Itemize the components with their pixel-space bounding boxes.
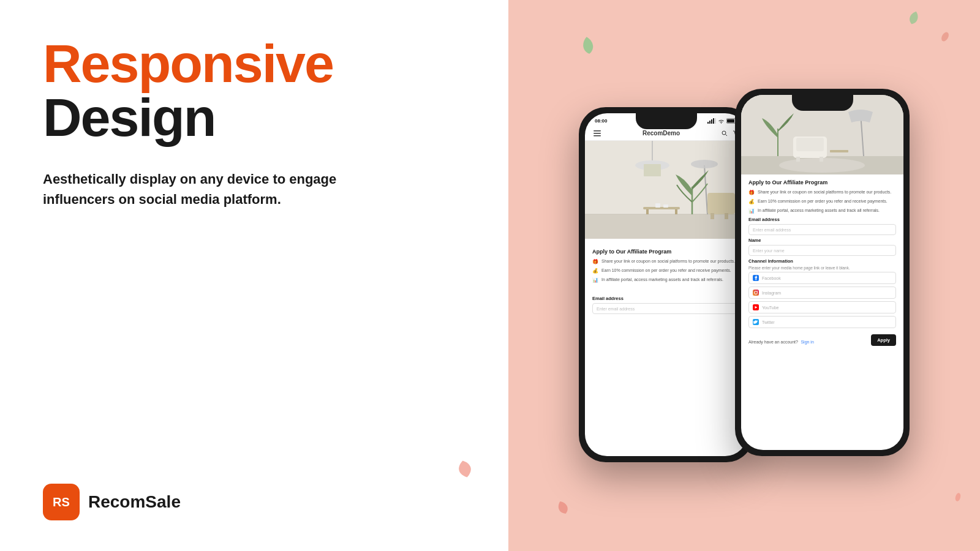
svg-point-1 <box>954 492 961 502</box>
deco-petal-2 <box>941 31 949 42</box>
gift-icon-0: 🎁 <box>592 259 598 265</box>
aff-item-2: 📊 In affiliate portal, access marketing … <box>592 277 740 283</box>
svg-rect-5 <box>713 118 714 124</box>
svg-rect-42 <box>796 138 824 151</box>
svg-rect-28 <box>675 209 677 214</box>
right-panel: 08:00 <box>508 0 980 551</box>
wifi-icon <box>718 119 725 124</box>
svg-rect-4 <box>711 119 712 124</box>
twitter-icon <box>753 319 759 325</box>
sign-in-link[interactable]: Sign in <box>801 340 813 344</box>
phone-right-screen: Apply to Our Affiliate Program 🎁 Share y… <box>741 95 903 450</box>
name-label-right: Name <box>748 238 896 243</box>
logo-abbr: RS <box>53 495 70 509</box>
svg-point-13 <box>722 131 726 135</box>
svg-line-14 <box>725 134 727 136</box>
svg-rect-3 <box>709 121 710 124</box>
search-icon-left <box>722 130 728 137</box>
name-ph-right: Enter your name <box>753 249 785 253</box>
phone-right-notch <box>792 95 853 111</box>
already-account: Already have an account? Sign in <box>748 335 814 346</box>
svg-rect-6 <box>715 118 716 124</box>
email-placeholder-left: Enter email address <box>597 307 635 311</box>
phone-right: Apply to Our Affiliate Program 🎁 Share y… <box>735 89 910 456</box>
twitter-input[interactable]: Twitter <box>748 316 896 328</box>
aff-item-r2: 📊 In affiliate portal, access marketing … <box>748 208 896 214</box>
chart-icon-r2: 📊 <box>748 208 755 214</box>
svg-rect-11 <box>594 133 601 134</box>
phone-left: 08:00 <box>579 107 753 462</box>
bottom-bar-right: Already have an account? Sign in Apply <box>741 331 903 350</box>
status-time: 08:00 <box>595 118 607 124</box>
deco-leaf-1 <box>582 37 594 54</box>
deco-petal-4 <box>954 491 962 502</box>
aff-text-2: In affiliate portal, access marketing as… <box>601 277 723 282</box>
headline-responsive: Responsive <box>43 37 466 91</box>
instagram-input[interactable]: Instagram <box>748 287 896 299</box>
logo-area: RS RecomSale <box>43 484 466 520</box>
left-panel: Responsive Design Aesthetically display … <box>0 0 508 551</box>
chart-icon-2: 📊 <box>592 277 598 283</box>
svg-rect-2 <box>707 122 709 124</box>
aff-text-r1: Earn 10% commission on per order you ref… <box>758 198 888 204</box>
aff-item-r0: 🎁 Share your link or coupon on social pl… <box>748 189 896 196</box>
app-title-left: RecomDemo <box>643 130 680 137</box>
twitter-text: Twitter <box>762 320 775 324</box>
deco-petal-1 <box>458 460 472 478</box>
youtube-input[interactable]: YouTube <box>748 301 896 313</box>
already-text: Already have an account? <box>748 340 798 344</box>
aff-text-0: Share your link or coupon on social plat… <box>601 258 735 264</box>
svg-rect-45 <box>753 290 759 296</box>
phone-left-screen: 08:00 <box>585 113 747 456</box>
svg-rect-18 <box>585 214 747 239</box>
aff-item-1: 💰 Earn 10% commission on per order you r… <box>592 268 740 274</box>
svg-rect-41 <box>820 157 823 162</box>
svg-rect-27 <box>646 209 649 214</box>
aff-text-r0: Share your link or coupon on social plat… <box>758 189 891 195</box>
logo-icon: RS <box>43 484 80 520</box>
money-icon-1: 💰 <box>592 268 598 274</box>
svg-rect-30 <box>663 204 668 208</box>
signal-icon <box>707 118 716 124</box>
svg-point-24 <box>691 160 718 168</box>
instagram-icon <box>753 290 759 296</box>
aff-item-r1: 💰 Earn 10% commission on per order you r… <box>748 198 896 205</box>
status-icons <box>707 118 737 124</box>
phones-container: 08:00 <box>579 89 910 462</box>
affiliate-section-left: Apply to Our Affiliate Program 🎁 Share y… <box>585 244 747 291</box>
channel-label-right: Channel Information <box>748 258 896 264</box>
phone-left-notch <box>636 113 697 129</box>
deco-petal-3 <box>557 501 568 514</box>
aff-text-r2: In affiliate portal, access marketing as… <box>758 208 880 213</box>
svg-point-0 <box>941 31 949 42</box>
email-ph-right: Enter email address <box>753 228 791 232</box>
room-image-left <box>585 141 747 239</box>
logo-text: RecomSale <box>88 492 181 512</box>
facebook-icon <box>753 275 759 281</box>
svg-rect-32 <box>710 213 714 219</box>
name-input-right[interactable]: Enter your name <box>748 245 896 256</box>
aff-title-left: Apply to Our Affiliate Program <box>592 249 740 255</box>
email-input-left[interactable]: Enter email address <box>592 303 740 314</box>
email-label-right: Email address <box>748 217 896 222</box>
email-label-left: Email address <box>592 296 740 301</box>
aff-text-1: Earn 10% commission on per order you ref… <box>601 268 731 273</box>
svg-rect-9 <box>727 119 734 122</box>
channel-desc-right: Please enter your media home page link o… <box>748 266 896 270</box>
svg-rect-12 <box>594 135 601 137</box>
deco-leaf-2 <box>909 11 919 24</box>
apply-button[interactable]: Apply <box>871 334 896 346</box>
svg-rect-33 <box>725 213 728 219</box>
email-input-right[interactable]: Enter email address <box>748 224 896 235</box>
facebook-text: Facebook <box>762 276 781 280</box>
svg-point-47 <box>757 291 758 291</box>
aff-title-right: Apply to Our Affiliate Program <box>748 179 896 186</box>
svg-rect-10 <box>594 130 601 132</box>
right-phone-content: Apply to Our Affiliate Program 🎁 Share y… <box>741 174 903 328</box>
svg-rect-26 <box>643 207 680 209</box>
instagram-text: Instagram <box>762 291 781 295</box>
svg-rect-40 <box>796 157 800 162</box>
subtext: Aesthetically display on any device to e… <box>43 169 361 209</box>
facebook-input[interactable]: Facebook <box>748 272 896 284</box>
money-icon-r1: 💰 <box>748 199 755 205</box>
